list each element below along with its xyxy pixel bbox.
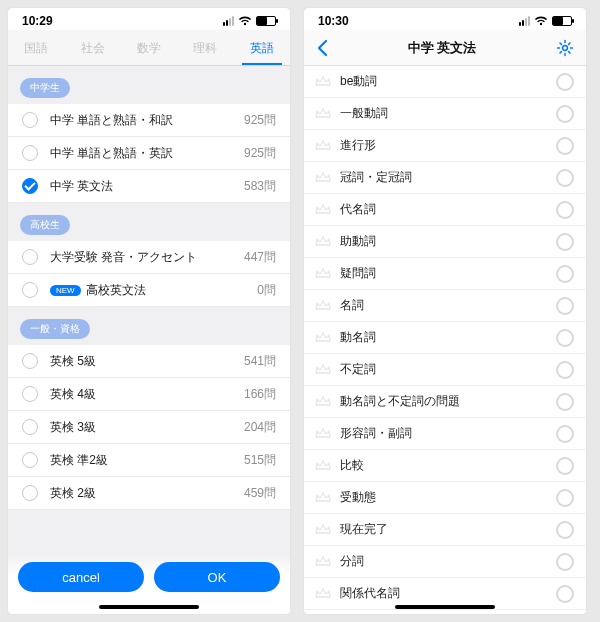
crown-icon: [314, 393, 332, 411]
wifi-icon: [238, 16, 252, 26]
crown-icon: [314, 489, 332, 507]
radio-unchecked-icon[interactable]: [22, 249, 38, 265]
progress-ring-icon: [556, 329, 574, 347]
settings-button[interactable]: [556, 39, 574, 57]
course-count: 459問: [244, 485, 276, 502]
crown-icon: [314, 457, 332, 475]
crown-icon: [314, 329, 332, 347]
radio-checked-icon[interactable]: [22, 178, 38, 194]
tab-kokugo[interactable]: 国語: [8, 30, 64, 65]
progress-ring-icon: [556, 297, 574, 315]
phone-left: 10:29 国語 社会 数学 理科 英語 中学生 中学 単語と熟語・和訳 925…: [8, 8, 290, 614]
radio-unchecked-icon[interactable]: [22, 353, 38, 369]
tab-shakai[interactable]: 社会: [64, 30, 120, 65]
radio-unchecked-icon[interactable]: [22, 452, 38, 468]
tab-rika[interactable]: 理科: [177, 30, 233, 65]
course-count: 204問: [244, 419, 276, 436]
battery-icon: [256, 16, 276, 26]
course-row[interactable]: NEW 高校英文法 0問: [8, 274, 290, 307]
topic-row[interactable]: 助動詞: [304, 226, 586, 258]
progress-ring-icon: [556, 361, 574, 379]
topic-label: 現在完了: [340, 521, 556, 538]
topic-row[interactable]: 動名詞: [304, 322, 586, 354]
topic-label: 進行形: [340, 137, 556, 154]
topic-row[interactable]: 形容詞・副詞: [304, 418, 586, 450]
topic-row[interactable]: 冠詞・定冠詞: [304, 162, 586, 194]
course-label: 中学 英文法: [50, 178, 244, 195]
topic-row[interactable]: 代名詞: [304, 194, 586, 226]
topic-row[interactable]: 受動態: [304, 482, 586, 514]
tab-suugaku[interactable]: 数学: [121, 30, 177, 65]
cancel-button[interactable]: cancel: [18, 562, 144, 592]
status-time: 10:29: [22, 14, 53, 28]
course-row[interactable]: 英検 2級 459問: [8, 477, 290, 510]
course-row[interactable]: 中学 単語と熟語・和訳 925問: [8, 104, 290, 137]
crown-icon: [314, 137, 332, 155]
status-right: [519, 16, 572, 26]
signal-icon: [519, 16, 530, 26]
radio-unchecked-icon[interactable]: [22, 386, 38, 402]
progress-ring-icon: [556, 457, 574, 475]
phone-right: 10:30 中学 英文法 be動詞 一般動詞 進行形 冠詞・定冠詞 代名詞 助動…: [304, 8, 586, 614]
crown-icon: [314, 73, 332, 91]
topic-label: 助動詞: [340, 233, 556, 250]
course-label: 英検 2級: [50, 485, 244, 502]
course-label: 英検 4級: [50, 386, 244, 403]
course-row-selected[interactable]: 中学 英文法 583問: [8, 170, 290, 203]
topic-label: 動名詞: [340, 329, 556, 346]
course-row[interactable]: 英検 4級 166問: [8, 378, 290, 411]
progress-ring-icon: [556, 489, 574, 507]
topic-label: 代名詞: [340, 201, 556, 218]
crown-icon: [314, 361, 332, 379]
course-row[interactable]: 中学 単語と熟語・英訳 925問: [8, 137, 290, 170]
course-list[interactable]: 中学生 中学 単語と熟語・和訳 925問 中学 単語と熟語・英訳 925問 中学…: [8, 66, 290, 614]
course-row[interactable]: 英検 準2級 515問: [8, 444, 290, 477]
topic-label: 名詞: [340, 297, 556, 314]
radio-unchecked-icon[interactable]: [22, 145, 38, 161]
radio-unchecked-icon[interactable]: [22, 282, 38, 298]
ok-button[interactable]: OK: [154, 562, 280, 592]
topic-label: 疑問詞: [340, 265, 556, 282]
crown-icon: [314, 553, 332, 571]
topic-label: be動詞: [340, 73, 556, 90]
radio-unchecked-icon[interactable]: [22, 485, 38, 501]
topic-label: 形容詞・副詞: [340, 425, 556, 442]
status-bar: 10:29: [8, 8, 290, 30]
progress-ring-icon: [556, 73, 574, 91]
topic-label: 動名詞と不定詞の問題: [340, 393, 556, 410]
topic-row[interactable]: 不定詞: [304, 354, 586, 386]
back-button[interactable]: [316, 39, 328, 57]
course-count: 541問: [244, 353, 276, 370]
section-chip-ippan: 一般・資格: [20, 319, 90, 339]
topic-label: 関係代名詞: [340, 585, 556, 602]
progress-ring-icon: [556, 521, 574, 539]
course-count: 447問: [244, 249, 276, 266]
topic-list[interactable]: be動詞 一般動詞 進行形 冠詞・定冠詞 代名詞 助動詞 疑問詞 名詞 動名詞 …: [304, 66, 586, 614]
signal-icon: [223, 16, 234, 26]
topic-row[interactable]: be動詞: [304, 66, 586, 98]
course-label: 英検 準2級: [50, 452, 244, 469]
progress-ring-icon: [556, 201, 574, 219]
topic-row[interactable]: 進行形: [304, 130, 586, 162]
home-indicator[interactable]: [99, 605, 199, 609]
course-row[interactable]: 英検 3級 204問: [8, 411, 290, 444]
radio-unchecked-icon[interactable]: [22, 419, 38, 435]
course-row[interactable]: 英検 5級 541問: [8, 345, 290, 378]
tab-eigo[interactable]: 英語: [234, 30, 290, 65]
progress-ring-icon: [556, 137, 574, 155]
status-bar: 10:30: [304, 8, 586, 30]
home-indicator[interactable]: [395, 605, 495, 609]
topic-row[interactable]: 疑問詞: [304, 258, 586, 290]
topic-row[interactable]: 名詞: [304, 290, 586, 322]
course-row[interactable]: 大学受験 発音・アクセント 447問: [8, 241, 290, 274]
topic-row[interactable]: 動名詞と不定詞の問題: [304, 386, 586, 418]
topic-row[interactable]: 現在完了: [304, 514, 586, 546]
radio-unchecked-icon[interactable]: [22, 112, 38, 128]
course-count: 583問: [244, 178, 276, 195]
nav-title: 中学 英文法: [408, 39, 477, 57]
topic-row[interactable]: 比較: [304, 450, 586, 482]
crown-icon: [314, 169, 332, 187]
topic-row[interactable]: 分詞: [304, 546, 586, 578]
section-chip-chugaku: 中学生: [20, 78, 70, 98]
topic-row[interactable]: 一般動詞: [304, 98, 586, 130]
